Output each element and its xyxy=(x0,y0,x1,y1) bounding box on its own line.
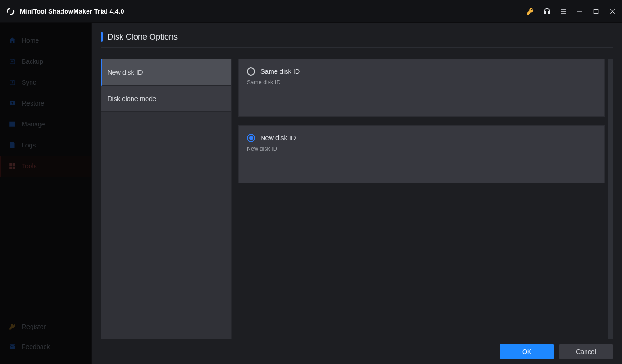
radio-same-disk-id[interactable]: Same disk ID xyxy=(247,67,596,76)
ok-button[interactable]: OK xyxy=(500,344,554,359)
option-tab-disk-clone-mode[interactable]: Disk clone mode xyxy=(101,86,231,112)
radio-indicator xyxy=(247,134,255,142)
radio-desc: New disk ID xyxy=(247,146,596,152)
scrollbar[interactable] xyxy=(608,59,613,339)
title-accent xyxy=(101,32,103,42)
cancel-button[interactable]: Cancel xyxy=(559,344,613,359)
main: Disk Clone Options New disk ID Disk clon… xyxy=(91,23,622,364)
sidebar-item-manage[interactable]: Manage xyxy=(0,114,91,135)
page: Disk Clone Options New disk ID Disk clon… xyxy=(92,23,622,339)
button-label: OK xyxy=(522,348,531,355)
sidebar-item-label: Feedback xyxy=(22,343,50,350)
sidebar-item-label: Register xyxy=(22,323,46,330)
sidebar-item-backup[interactable]: Backup xyxy=(0,51,91,72)
sidebar-item-sync[interactable]: Sync xyxy=(0,72,91,93)
settings-panel: Same disk ID Same disk ID New disk ID Ne… xyxy=(238,59,613,339)
sidebar-item-register[interactable]: Register xyxy=(0,317,91,337)
sidebar: Home Backup Sync Restore Manage xyxy=(0,23,91,364)
settings-body: Same disk ID Same disk ID New disk ID Ne… xyxy=(238,59,613,339)
title-left: MiniTool ShadowMaker Trial 4.4.0 xyxy=(5,6,124,16)
svg-rect-0 xyxy=(577,11,582,11)
options-column: New disk ID Disk clone mode xyxy=(101,59,232,339)
maximize-icon[interactable] xyxy=(592,7,600,15)
app-logo-icon xyxy=(5,6,15,16)
home-icon xyxy=(8,36,16,45)
sidebar-item-tools[interactable]: Tools xyxy=(0,156,91,177)
radio-new-disk-id[interactable]: New disk ID xyxy=(247,134,596,142)
headset-icon[interactable] xyxy=(543,7,551,15)
app-body: Home Backup Sync Restore Manage xyxy=(0,23,622,364)
option-tab-label: Disk clone mode xyxy=(107,95,156,102)
page-title-row: Disk Clone Options xyxy=(101,32,613,48)
minimize-icon[interactable] xyxy=(576,7,584,15)
sidebar-item-home[interactable]: Home xyxy=(0,30,91,51)
close-icon[interactable] xyxy=(608,7,617,15)
sidebar-item-label: Home xyxy=(22,37,39,44)
sidebar-bottom: Register Feedback xyxy=(0,317,91,364)
restore-icon xyxy=(8,99,16,107)
options-column-fill xyxy=(101,112,231,339)
title-right xyxy=(526,7,617,15)
mail-icon xyxy=(8,343,16,351)
button-label: Cancel xyxy=(576,348,596,355)
content: New disk ID Disk clone mode Same disk ID xyxy=(101,59,613,339)
radio-desc: Same disk ID xyxy=(247,79,596,86)
option-card-same-disk-id[interactable]: Same disk ID Same disk ID xyxy=(238,59,605,117)
menu-icon[interactable] xyxy=(559,7,567,15)
backup-icon xyxy=(8,57,16,66)
option-tab-new-disk-id[interactable]: New disk ID xyxy=(101,59,231,86)
sidebar-item-label: Manage xyxy=(22,121,45,128)
sidebar-item-restore[interactable]: Restore xyxy=(0,93,91,114)
manage-icon xyxy=(8,120,16,128)
key-icon xyxy=(8,323,16,331)
sidebar-item-label: Tools xyxy=(22,162,37,170)
sidebar-item-logs[interactable]: Logs xyxy=(0,135,91,156)
sidebar-item-feedback[interactable]: Feedback xyxy=(0,337,91,357)
radio-label: Same disk ID xyxy=(260,68,300,75)
logs-icon xyxy=(8,141,16,149)
sidebar-item-label: Sync xyxy=(22,79,36,86)
titlebar: MiniTool ShadowMaker Trial 4.4.0 xyxy=(0,0,622,23)
app-title: MiniTool ShadowMaker Trial 4.4.0 xyxy=(20,8,124,15)
option-tab-label: New disk ID xyxy=(107,69,143,76)
sync-icon xyxy=(8,78,16,86)
svg-rect-1 xyxy=(594,9,598,13)
sidebar-nav: Home Backup Sync Restore Manage xyxy=(0,23,91,177)
key-icon[interactable] xyxy=(526,7,535,15)
footer: OK Cancel xyxy=(92,339,622,364)
radio-label: New disk ID xyxy=(260,134,296,142)
tools-icon xyxy=(8,162,16,170)
sidebar-item-label: Restore xyxy=(22,100,44,107)
page-title: Disk Clone Options xyxy=(107,32,178,42)
sidebar-item-label: Backup xyxy=(22,58,43,65)
radio-indicator xyxy=(247,67,255,76)
option-card-new-disk-id[interactable]: New disk ID New disk ID xyxy=(238,125,605,183)
sidebar-item-label: Logs xyxy=(22,142,36,149)
